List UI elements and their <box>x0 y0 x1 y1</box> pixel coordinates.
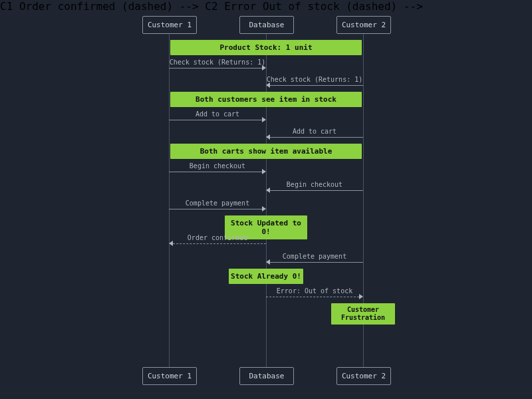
arrow-right-icon <box>262 65 266 70</box>
msg-line <box>169 172 262 172</box>
msg-line <box>266 297 359 297</box>
msg-line <box>169 209 262 209</box>
msg-line <box>270 137 363 138</box>
actor-customer1-bottom: Customer 1 <box>142 367 197 385</box>
note-stock-already-zero: Stock Already 0! <box>229 269 303 284</box>
msg-label: Complete payment <box>266 253 363 260</box>
msg-line <box>169 120 262 120</box>
msg-label: Begin checkout <box>169 162 266 170</box>
msg-line <box>270 190 363 191</box>
msg-line <box>270 262 363 263</box>
actor-database-bottom: Database <box>239 367 294 385</box>
sequence-diagram: Customer 1 Database Customer 2 Customer … <box>0 0 532 399</box>
note-customer-frustration: Customer Frustration <box>331 303 395 325</box>
arrow-left-icon <box>266 188 270 193</box>
msg-label: Check stock (Returns: 1) <box>169 59 266 66</box>
msg-line <box>173 243 266 244</box>
note-both-carts: Both carts show item available <box>170 144 362 159</box>
msg-label: Add to cart <box>266 128 363 135</box>
msg-label: Error: Out of stock <box>266 287 363 295</box>
msg-label: Add to cart <box>169 110 266 118</box>
actor-customer2-bottom: Customer 2 <box>336 367 391 385</box>
msg-label: Order confirmed <box>169 234 266 241</box>
msg-line <box>270 85 363 86</box>
note-both-see-stock: Both customers see item in stock <box>170 92 362 107</box>
msg-line <box>169 68 262 68</box>
arrow-right-icon <box>262 169 266 174</box>
arrow-left-icon <box>266 134 270 140</box>
arrow-right-icon <box>262 206 266 211</box>
msg-label: Complete payment <box>169 200 266 207</box>
arrow-right-icon <box>262 117 266 122</box>
actor-database-top: Database <box>239 16 294 34</box>
msg-label: Begin checkout <box>266 181 363 188</box>
arrow-left-icon <box>266 259 270 265</box>
arrow-left-icon <box>266 82 270 88</box>
msg-label: Check stock (Returns: 1) <box>266 76 363 83</box>
actor-customer1-top: Customer 1 <box>142 16 197 34</box>
actor-customer2-top: Customer 2 <box>336 16 391 34</box>
note-product-stock: Product Stock: 1 unit <box>170 40 362 55</box>
arrow-right-icon <box>359 294 363 299</box>
arrow-left-icon <box>169 241 173 246</box>
